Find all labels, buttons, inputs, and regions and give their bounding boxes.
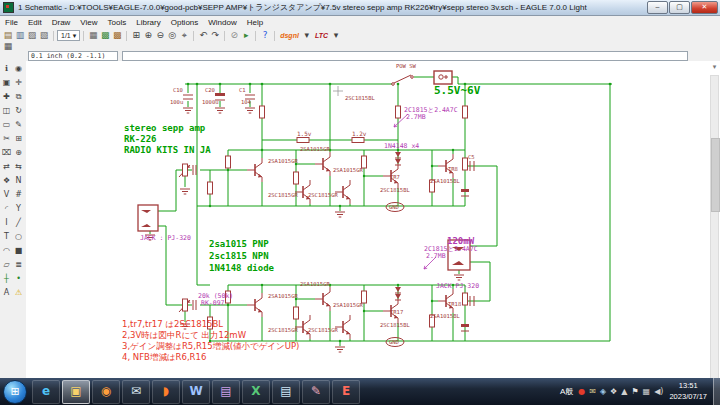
network-icon[interactable]: ▦ (643, 387, 651, 396)
erc-tool[interactable]: ⚠ (13, 287, 24, 298)
notepad-icon[interactable]: ▤ (272, 380, 300, 404)
start-button[interactable]: ⊞ (3, 380, 27, 404)
print-icon[interactable]: ▨ (26, 30, 38, 41)
display-tool[interactable]: ▣ (1, 77, 12, 88)
designlink-dropdown-icon[interactable]: ▾ (301, 30, 313, 41)
ie-icon[interactable]: e (32, 380, 60, 404)
scrollbar-thumb[interactable] (711, 138, 720, 212)
tray-expand-icon[interactable]: ▲ (621, 387, 627, 396)
eagle-icon[interactable]: E (332, 380, 360, 404)
menu-bar: FileEditDrawViewToolsLibraryOptionsWindo… (0, 16, 720, 30)
wire-tool[interactable]: ╱ (13, 217, 24, 228)
menu-tools[interactable]: Tools (103, 17, 132, 29)
ltspice-button[interactable]: LTC (313, 32, 330, 39)
winrar-icon[interactable]: ▤ (212, 380, 240, 404)
paste-tool[interactable]: ⊞ (13, 133, 24, 144)
gateswap-tool[interactable]: ⇆ (13, 161, 24, 172)
display-layers-icon[interactable]: ▩ (99, 30, 111, 41)
minimize-button[interactable]: – (647, 1, 668, 14)
menu-file[interactable]: File (0, 17, 23, 29)
mail-tray-icon[interactable]: ✉ (589, 387, 596, 396)
volume-icon[interactable]: ◀) (654, 387, 663, 396)
text-tool[interactable]: T (1, 231, 12, 242)
export-image-icon[interactable]: ▧ (38, 30, 50, 41)
menu-view[interactable]: View (75, 17, 102, 29)
replace-tool[interactable]: ❖ (1, 175, 12, 186)
zoom-out-icon[interactable]: ⊖ (154, 30, 166, 41)
open-icon[interactable]: ▤ (2, 30, 14, 41)
arc-tool[interactable]: ◠ (1, 245, 12, 256)
pinswap-tool[interactable]: ⇄ (1, 161, 12, 172)
show-desktop-button[interactable] (713, 378, 720, 405)
cut-tool[interactable]: ✂ (1, 133, 12, 144)
ime-indicator[interactable]: A般 (560, 386, 573, 397)
app-tray-icon[interactable]: ❖ (610, 387, 617, 396)
polygon-tool[interactable]: ▱ (1, 259, 12, 270)
vertical-scrollbar[interactable] (710, 75, 719, 378)
add-tool[interactable]: ⊕ (13, 147, 24, 158)
schematic-label: C10 (173, 87, 183, 93)
name-tool[interactable]: N (13, 175, 24, 186)
circle-tool[interactable]: ○ (13, 231, 24, 242)
paint-icon[interactable]: ✎ (302, 380, 330, 404)
move-tool[interactable]: ✚ (1, 91, 12, 102)
schematic-canvas[interactable]: stereo sepp ampRK-226RADIO KITS IN JA2sa… (26, 61, 720, 378)
explorer-icon[interactable]: ▣ (62, 380, 90, 404)
junction-tool[interactable]: • (13, 273, 24, 284)
smash-tool[interactable]: # (13, 189, 24, 200)
toolbar-secondary: ▦ (0, 42, 720, 51)
zoom-fit-icon[interactable]: ⊞ (130, 30, 142, 41)
panel-toggle-icon[interactable]: ▾ (710, 63, 719, 71)
zoom-select-icon[interactable]: ⌖ (178, 30, 190, 41)
designlink-button[interactable]: dsgnl (278, 32, 301, 39)
grid-icon[interactable]: ▦ (87, 30, 99, 41)
media-player-icon[interactable]: ◉ (92, 380, 120, 404)
mirror-tool[interactable]: ◫ (1, 105, 12, 116)
schematic-label: 1.5v (297, 130, 312, 137)
tool-tray-icon[interactable]: ◈ (600, 387, 606, 396)
menu-help[interactable]: Help (242, 17, 268, 29)
alert-tray-icon[interactable]: ● (578, 387, 585, 396)
change-tool[interactable]: ✎ (13, 119, 24, 130)
close-button[interactable]: ✕ (691, 1, 718, 14)
undo-icon[interactable]: ↶ (197, 30, 209, 41)
bus-tool[interactable]: ≣ (13, 259, 24, 270)
menu-window[interactable]: Window (203, 17, 241, 29)
word-icon[interactable]: W (182, 380, 210, 404)
taskbar-clock[interactable]: 13:51 2023/07/17 (669, 381, 707, 401)
menu-edit[interactable]: Edit (23, 17, 47, 29)
mark-tool[interactable]: ✛ (13, 77, 24, 88)
ltspice-dropdown-icon[interactable]: ▾ (330, 30, 342, 41)
label-tool[interactable]: A (1, 287, 12, 298)
info-tool[interactable]: ℹ (1, 63, 12, 74)
split-tool[interactable]: Y (13, 203, 24, 214)
menu-draw[interactable]: Draw (47, 17, 76, 29)
zoom-in-icon[interactable]: ⊕ (142, 30, 154, 41)
rect-tool[interactable]: ■ (13, 245, 24, 256)
layer-settings-icon[interactable]: ▩ (111, 30, 123, 41)
mail-icon[interactable]: ✉ (122, 380, 150, 404)
invoke-tool[interactable]: I (1, 217, 12, 228)
stop-icon[interactable]: ⊘ (228, 30, 240, 41)
redo-icon[interactable]: ↷ (209, 30, 221, 41)
group-tool[interactable]: ▭ (1, 119, 12, 130)
firefox-icon[interactable]: ◗ (152, 380, 180, 404)
go-icon[interactable]: ▸ (240, 30, 252, 41)
menu-library[interactable]: Library (131, 17, 165, 29)
maximize-button[interactable]: ▢ (669, 1, 690, 14)
zoom-redraw-icon[interactable]: ◎ (166, 30, 178, 41)
copy-tool[interactable]: ⧉ (13, 91, 24, 102)
net-tool[interactable]: ┼ (1, 273, 12, 284)
save-icon[interactable]: ▥ (14, 30, 26, 41)
sheet-combo[interactable]: 1/1 ▾ (57, 30, 80, 41)
rotate-tool[interactable]: ↻ (13, 105, 24, 116)
miter-tool[interactable]: ◜ (1, 203, 12, 214)
help-icon[interactable]: ? (259, 30, 271, 41)
delete-tool[interactable]: ⌧ (1, 147, 12, 158)
eye-tool[interactable]: ◉ (13, 63, 24, 74)
menu-options[interactable]: Options (166, 17, 204, 29)
excel-icon[interactable]: X (242, 380, 270, 404)
action-center-icon[interactable]: ⚑ (631, 387, 638, 396)
command-input[interactable] (122, 51, 688, 61)
value-tool[interactable]: V (1, 189, 12, 200)
